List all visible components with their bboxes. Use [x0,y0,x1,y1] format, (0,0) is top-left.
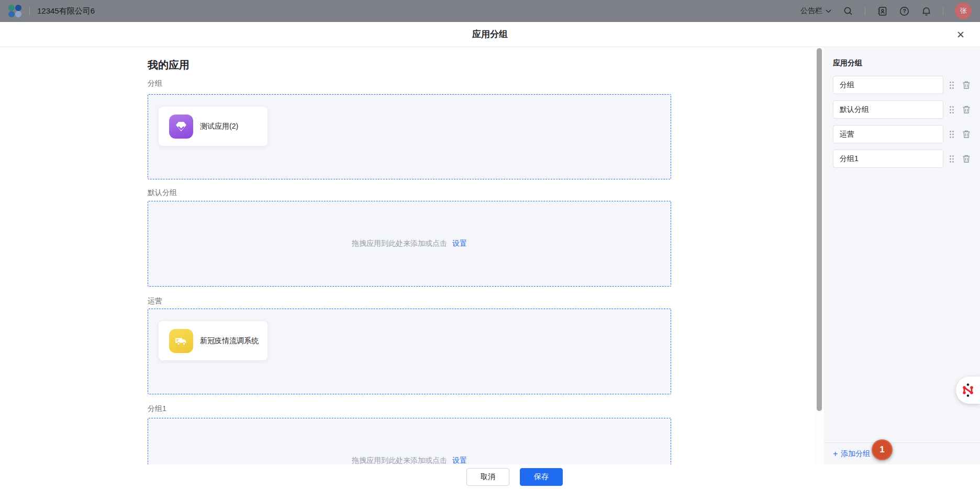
group-name-input-3[interactable] [833,125,943,143]
chevron-down-icon [825,8,831,14]
drop-zone-group-1[interactable]: 测试应用(2) [148,94,671,179]
topbar-divider [29,7,30,15]
add-group-button[interactable]: + 添加分组 [833,449,870,459]
node-graph-icon [961,383,975,397]
group-name-input-1[interactable] [833,76,943,94]
group-label-3: 运营 [148,297,162,306]
my-apps-panel: 我的应用 分组 测试应用(2) 默认分组 拖拽应用到此处来添加或点击 设置 [0,47,815,489]
notification-bell-icon[interactable] [921,6,931,16]
page-title: 我的应用 [148,58,190,72]
add-group-label: 添加分组 [841,449,870,459]
group-input-row [833,125,971,143]
app-card[interactable]: 新冠疫情流调系统 [159,321,268,360]
drop-zone-group-2[interactable]: 拖拽应用到此处来添加或点击 设置 [148,201,671,287]
modal-title: 应用分组 [472,28,508,40]
truck-app-icon [169,329,193,353]
scrollbar-thumb[interactable] [817,48,822,411]
company-name: 12345有限公司6 [37,6,95,16]
settings-link[interactable]: 设置 [452,239,467,248]
app-card[interactable]: 测试应用(2) [159,107,268,146]
floating-widget[interactable] [956,377,980,404]
plus-icon: + [833,450,838,458]
sidebar-footer: + 添加分组 1 [824,442,980,464]
close-icon[interactable]: ✕ [955,29,966,40]
search-icon[interactable] [843,6,853,16]
svg-text:?: ? [903,8,906,14]
drop-zone-group-3[interactable]: 新冠疫情流调系统 [148,309,671,394]
footer-bar: 取消 保存 [0,464,980,489]
delete-group-icon[interactable] [962,154,971,164]
group-name-input-2[interactable] [833,100,943,119]
group-label-4: 分组1 [148,404,166,414]
group-label-1: 分组 [148,79,162,88]
delete-group-icon[interactable] [962,130,971,139]
topbar-divider [943,7,943,15]
drag-handle-icon[interactable] [948,105,955,115]
group-input-row [833,100,971,119]
group-input-row [833,76,971,94]
drop-hint-text: 拖拽应用到此处来添加或点击 [352,239,447,248]
drag-handle-icon[interactable] [948,81,955,90]
announcement-label: 公告栏 [800,6,822,16]
drag-handle-icon[interactable] [948,130,955,139]
annotation-badge: 1 [872,439,893,460]
group-name-input-4[interactable] [833,150,943,168]
group-editor-sidebar: 应用分组 [824,47,980,464]
screen: 12345有限公司6 公告栏 [0,0,980,489]
app-name: 测试应用(2) [200,121,238,131]
modal-header: 应用分组 ✕ [0,22,980,47]
topbar-divider [865,7,865,15]
delete-group-icon[interactable] [962,105,971,115]
announcement-dropdown[interactable]: 公告栏 [800,6,831,16]
cancel-button[interactable]: 取消 [466,468,509,486]
gem-app-icon [169,115,193,139]
save-button[interactable]: 保存 [520,468,563,486]
sidebar-heading: 应用分组 [833,59,971,68]
delete-group-icon[interactable] [962,81,971,90]
drag-handle-icon[interactable] [948,154,955,164]
topbar: 12345有限公司6 公告栏 [0,0,980,22]
app-logo-icon[interactable] [8,5,22,17]
contacts-book-icon[interactable] [877,6,887,16]
app-name: 新冠疫情流调系统 [200,336,259,346]
user-avatar[interactable]: 张 [955,3,972,19]
group-input-row [833,150,971,168]
vertical-scrollbar [815,47,824,489]
group-label-2: 默认分组 [148,188,177,198]
help-icon[interactable]: ? [899,6,909,16]
